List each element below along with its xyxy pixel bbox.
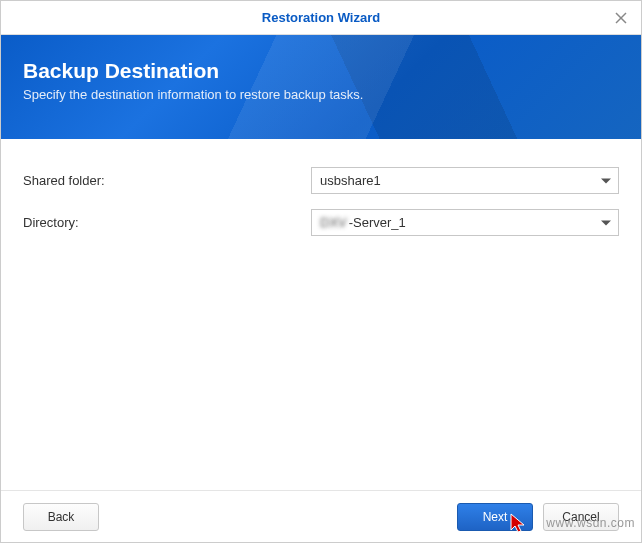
close-icon: [615, 12, 627, 24]
shared-folder-row: Shared folder: usbshare1: [23, 167, 619, 194]
shared-folder-select[interactable]: usbshare1: [311, 167, 619, 194]
directory-label: Directory:: [23, 215, 311, 230]
content-area: Shared folder: usbshare1 Directory: DXV-…: [1, 139, 641, 490]
banner-title: Backup Destination: [23, 59, 619, 83]
cancel-button[interactable]: Cancel: [543, 503, 619, 531]
next-button[interactable]: Next: [457, 503, 533, 531]
directory-select[interactable]: DXV-Server_1: [311, 209, 619, 236]
titlebar: Restoration Wizard: [1, 1, 641, 35]
back-button[interactable]: Back: [23, 503, 99, 531]
shared-folder-label: Shared folder:: [23, 173, 311, 188]
restoration-wizard-dialog: Restoration Wizard Backup Destination Sp…: [0, 0, 642, 543]
footer: Back Next Cancel www.wsdn.com: [1, 490, 641, 542]
directory-value-suffix: -Server_1: [349, 215, 406, 230]
shared-folder-value: usbshare1: [320, 173, 381, 188]
directory-row: Directory: DXV-Server_1: [23, 209, 619, 236]
window-title: Restoration Wizard: [262, 10, 380, 25]
close-button[interactable]: [601, 1, 641, 35]
directory-value-prefix: DXV: [320, 215, 347, 230]
banner-subtitle: Specify the destination information to r…: [23, 87, 619, 102]
banner: Backup Destination Specify the destinati…: [1, 35, 641, 139]
